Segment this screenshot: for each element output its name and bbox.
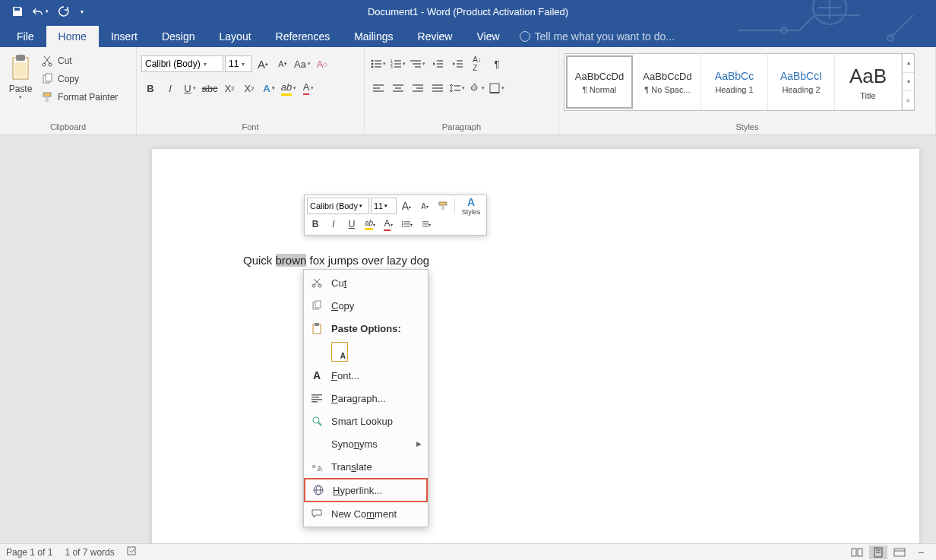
tab-mailings[interactable]: Mailings: [342, 26, 405, 47]
subscript-button[interactable]: X2: [220, 79, 239, 97]
italic-button[interactable]: I: [161, 79, 179, 97]
tab-design[interactable]: Design: [150, 26, 207, 47]
font-color-button[interactable]: A▾: [299, 79, 318, 97]
align-center-button[interactable]: [389, 79, 407, 97]
mini-format-painter-button[interactable]: [435, 198, 451, 214]
mini-italic-button[interactable]: I: [325, 216, 342, 233]
highlight-button[interactable]: ab▾: [280, 79, 298, 97]
mini-bold-button[interactable]: B: [307, 216, 324, 233]
clear-formatting-button[interactable]: A◇: [313, 55, 331, 73]
text-effects-button[interactable]: A▾: [260, 79, 278, 97]
cut-button[interactable]: Cut: [38, 53, 121, 68]
mini-numbering-button[interactable]: ▾: [416, 216, 433, 233]
style-no-spacing[interactable]: AaBbCcDd ¶ No Spac...: [634, 54, 701, 110]
tab-home[interactable]: Home: [46, 26, 99, 47]
blank-icon: [310, 437, 324, 451]
copy-button[interactable]: Copy: [38, 71, 121, 87]
gallery-up-button[interactable]: ▴: [903, 54, 914, 73]
save-icon[interactable]: [9, 3, 26, 20]
shading-button[interactable]: ▾: [468, 79, 486, 97]
tab-file[interactable]: File: [5, 26, 46, 47]
mini-size-combo[interactable]: 11▾: [371, 198, 397, 214]
grow-font-button[interactable]: A▴: [254, 55, 272, 73]
align-right-button[interactable]: [409, 79, 427, 97]
bold-button[interactable]: B: [141, 79, 160, 97]
style-name: Title: [860, 91, 875, 100]
paste-button[interactable]: Paste ▾: [5, 50, 36, 121]
mini-shrink-font-button[interactable]: A▾: [416, 198, 433, 214]
context-hyperlink[interactable]: Hyperlink...: [304, 478, 428, 502]
zoom-out-button[interactable]: −: [912, 546, 930, 559]
document-text[interactable]: Quick brown fox jumps over lazy dog: [243, 254, 429, 267]
status-words[interactable]: 1 of 7 words: [65, 547, 114, 558]
borders-button[interactable]: ▾: [488, 79, 506, 97]
style-preview: AaB: [849, 65, 887, 88]
qat-customize-button[interactable]: ▾: [77, 3, 87, 20]
style-normal[interactable]: AaBbCcDd ¶ Normal: [566, 55, 633, 109]
context-copy[interactable]: Copy: [304, 294, 428, 317]
justify-button[interactable]: [428, 79, 447, 97]
gallery-down-button[interactable]: ▾: [903, 73, 914, 92]
context-synonyms[interactable]: Synonyms ▶: [304, 432, 428, 455]
svg-rect-41: [413, 90, 423, 92]
increase-indent-button[interactable]: [448, 55, 466, 73]
mini-grow-font-button[interactable]: A▴: [398, 198, 415, 214]
page[interactable]: Quick brown fox jumps over lazy dog Cali…: [152, 149, 919, 543]
gallery-more-button[interactable]: ≡: [903, 91, 914, 110]
clipboard-group-label: Clipboard: [5, 121, 131, 134]
mini-styles-button[interactable]: A Styles: [458, 198, 484, 214]
shrink-font-button[interactable]: A▾: [274, 55, 292, 73]
context-paragraph[interactable]: Paragraph...: [304, 387, 428, 410]
align-left-button[interactable]: [369, 79, 387, 97]
format-painter-button[interactable]: Format Painter: [38, 90, 121, 105]
proofing-icon[interactable]: [127, 546, 139, 558]
context-translate[interactable]: aあ Translate: [304, 455, 428, 478]
context-smart-lookup[interactable]: Smart Lookup: [304, 410, 428, 432]
font-size-combo[interactable]: 11▾: [225, 55, 252, 72]
multilevel-list-button[interactable]: ▾: [409, 55, 427, 73]
decrease-indent-button[interactable]: [428, 55, 447, 73]
font-size-value: 11: [229, 59, 239, 69]
svg-rect-10: [43, 93, 51, 96]
font-icon: A: [310, 369, 324, 382]
font-name-combo[interactable]: Calibri (Body)▾: [141, 55, 223, 72]
tab-references[interactable]: References: [264, 26, 343, 47]
mini-underline-button[interactable]: U: [343, 216, 360, 233]
mini-font-color-button[interactable]: A▾: [380, 216, 397, 233]
style-title[interactable]: AaB Title: [835, 54, 902, 110]
context-font[interactable]: A Font...: [304, 364, 428, 387]
svg-rect-17: [375, 66, 381, 68]
cut-label: Cut: [58, 55, 72, 66]
tab-view[interactable]: View: [464, 26, 511, 47]
status-page[interactable]: Page 1 of 1: [6, 547, 52, 558]
read-mode-button[interactable]: [848, 546, 866, 559]
context-new-comment[interactable]: New Comment: [304, 502, 428, 525]
sort-button[interactable]: A↓Z: [468, 55, 486, 73]
bullets-button[interactable]: ▾: [369, 55, 387, 73]
print-layout-button[interactable]: [869, 546, 887, 559]
text-selection[interactable]: brown: [276, 254, 307, 267]
mini-font-combo[interactable]: Calibri (Body▾: [307, 198, 369, 214]
web-layout-button[interactable]: [890, 546, 909, 559]
style-heading-2[interactable]: AaBbCcI Heading 2: [768, 54, 835, 110]
tell-me-search[interactable]: Tell me what you want to do...: [512, 26, 682, 47]
svg-rect-52: [404, 221, 410, 223]
tab-insert[interactable]: Insert: [99, 26, 150, 47]
strikethrough-button[interactable]: abc: [201, 79, 219, 97]
mini-bullets-button[interactable]: ▾: [398, 216, 415, 233]
tab-review[interactable]: Review: [406, 26, 465, 47]
redo-button[interactable]: [55, 3, 71, 20]
superscript-button[interactable]: X2: [240, 79, 258, 97]
paste-keep-text-button[interactable]: A: [331, 342, 348, 362]
mini-highlight-button[interactable]: ab▾: [362, 216, 378, 233]
change-case-button[interactable]: Aa▾: [293, 55, 311, 73]
document-area[interactable]: Quick brown fox jumps over lazy dog Cali…: [0, 135, 936, 543]
underline-button[interactable]: U▾: [181, 79, 199, 97]
line-spacing-button[interactable]: ▾: [448, 79, 466, 97]
style-heading-1[interactable]: AaBbCc Heading 1: [701, 54, 768, 110]
numbering-button[interactable]: 123▾: [389, 55, 407, 73]
tab-layout[interactable]: Layout: [207, 26, 264, 47]
context-cut[interactable]: Cut: [304, 271, 428, 294]
show-marks-button[interactable]: ¶: [488, 55, 506, 73]
undo-button[interactable]: ▾: [32, 3, 49, 20]
